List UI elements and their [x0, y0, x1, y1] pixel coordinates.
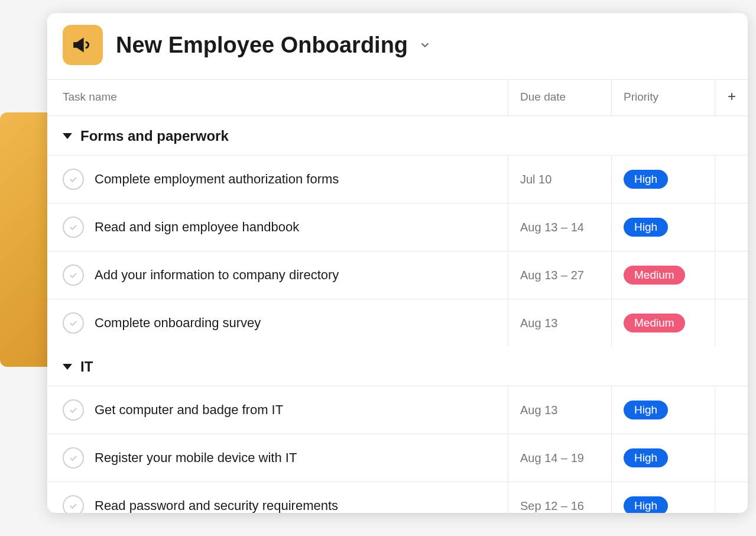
priority-pill: High	[624, 401, 668, 419]
priority-pill: High	[624, 218, 668, 237]
priority-pill: Medium	[624, 266, 685, 285]
column-label: Priority	[624, 91, 658, 103]
task-priority[interactable]: High	[611, 204, 715, 251]
due-date-text: Jul 10	[520, 173, 551, 186]
due-date-text: Aug 13 – 14	[520, 221, 584, 234]
task-row[interactable]: Add your information to company director…	[47, 251, 748, 299]
task-row[interactable]: Complete onboarding survey Aug 13 Medium	[47, 299, 748, 347]
task-due-date[interactable]: Sep 12 – 16	[508, 482, 611, 513]
task-priority[interactable]: Medium	[611, 251, 715, 299]
check-circle-icon[interactable]	[63, 264, 84, 286]
chevron-down-icon[interactable]	[418, 38, 431, 51]
check-circle-icon[interactable]	[63, 217, 84, 238]
due-date-text: Aug 13	[520, 317, 557, 330]
task-extra-cell	[715, 251, 748, 299]
column-due-date[interactable]: Due date	[508, 80, 611, 115]
sections-container: Forms and paperwork Complete employment …	[47, 116, 748, 513]
task-extra-cell	[715, 204, 748, 251]
task-due-date[interactable]: Aug 13	[508, 386, 611, 434]
column-label: Due date	[520, 91, 566, 103]
caret-down-icon[interactable]	[63, 364, 72, 370]
check-circle-icon[interactable]	[63, 169, 84, 190]
task-main: Complete employment authorization forms	[47, 156, 508, 203]
check-circle-icon[interactable]	[63, 495, 84, 513]
priority-pill: High	[624, 170, 668, 189]
task-name: Read password and security requirements	[95, 498, 338, 513]
task-name: Add your information to company director…	[95, 267, 339, 283]
due-date-text: Sep 12 – 16	[520, 499, 584, 513]
background-decoration	[0, 112, 47, 367]
task-extra-cell	[715, 482, 748, 513]
task-main: Read password and security requirements	[47, 482, 508, 513]
title-wrap: New Employee Onboarding	[116, 33, 431, 58]
due-date-text: Aug 13 – 27	[520, 269, 584, 282]
task-main: Register your mobile device with IT	[47, 434, 508, 482]
task-priority[interactable]: High	[611, 156, 715, 203]
task-extra-cell	[715, 299, 748, 347]
section-title: IT	[80, 359, 93, 375]
task-name: Complete onboarding survey	[95, 315, 261, 331]
task-name: Read and sign employee handbook	[95, 219, 299, 235]
task-due-date[interactable]: Aug 13 – 14	[508, 204, 611, 251]
column-priority[interactable]: Priority	[611, 80, 715, 115]
column-task-name[interactable]: Task name	[47, 80, 508, 115]
task-priority[interactable]: High	[611, 386, 715, 434]
task-extra-cell	[715, 386, 748, 434]
task-main: Complete onboarding survey	[47, 299, 508, 347]
project-panel: New Employee Onboarding Task name Due da…	[47, 13, 748, 513]
task-name: Get computer and badge from IT	[95, 402, 283, 418]
columns-header: Task name Due date Priority	[47, 79, 748, 116]
due-date-text: Aug 14 – 19	[520, 451, 584, 465]
task-name: Register your mobile device with IT	[95, 450, 297, 466]
plus-icon	[726, 91, 738, 105]
section-title: Forms and paperwork	[80, 128, 229, 144]
task-name: Complete employment authorization forms	[95, 172, 339, 187]
task-main: Add your information to company director…	[47, 251, 508, 299]
task-due-date[interactable]: Jul 10	[508, 156, 611, 203]
caret-down-icon[interactable]	[63, 133, 72, 139]
section-header[interactable]: IT	[47, 347, 748, 386]
task-priority[interactable]: High	[611, 482, 715, 513]
task-extra-cell	[715, 156, 748, 203]
task-row[interactable]: Read password and security requirements …	[47, 482, 748, 513]
project-header: New Employee Onboarding	[47, 13, 748, 79]
check-circle-icon[interactable]	[63, 447, 84, 469]
priority-pill: High	[624, 448, 668, 467]
section-header[interactable]: Forms and paperwork	[47, 116, 748, 155]
column-label: Task name	[63, 91, 117, 103]
task-row[interactable]: Get computer and badge from IT Aug 13 Hi…	[47, 386, 748, 434]
task-due-date[interactable]: Aug 14 – 19	[508, 434, 611, 482]
priority-pill: Medium	[624, 314, 685, 332]
task-row[interactable]: Read and sign employee handbook Aug 13 –…	[47, 203, 748, 251]
task-row[interactable]: Complete employment authorization forms …	[47, 155, 748, 203]
task-due-date[interactable]: Aug 13	[508, 299, 611, 347]
due-date-text: Aug 13	[520, 403, 557, 417]
check-circle-icon[interactable]	[63, 312, 84, 334]
add-column-button[interactable]	[715, 80, 748, 115]
task-main: Read and sign employee handbook	[47, 204, 508, 251]
task-row[interactable]: Register your mobile device with IT Aug …	[47, 434, 748, 482]
check-circle-icon[interactable]	[63, 399, 84, 421]
megaphone-icon	[63, 25, 103, 65]
task-main: Get computer and badge from IT	[47, 386, 508, 434]
task-priority[interactable]: Medium	[611, 299, 715, 347]
task-due-date[interactable]: Aug 13 – 27	[508, 251, 611, 299]
project-title: New Employee Onboarding	[116, 33, 408, 58]
task-priority[interactable]: High	[611, 434, 715, 482]
task-extra-cell	[715, 434, 748, 482]
priority-pill: High	[624, 496, 668, 513]
